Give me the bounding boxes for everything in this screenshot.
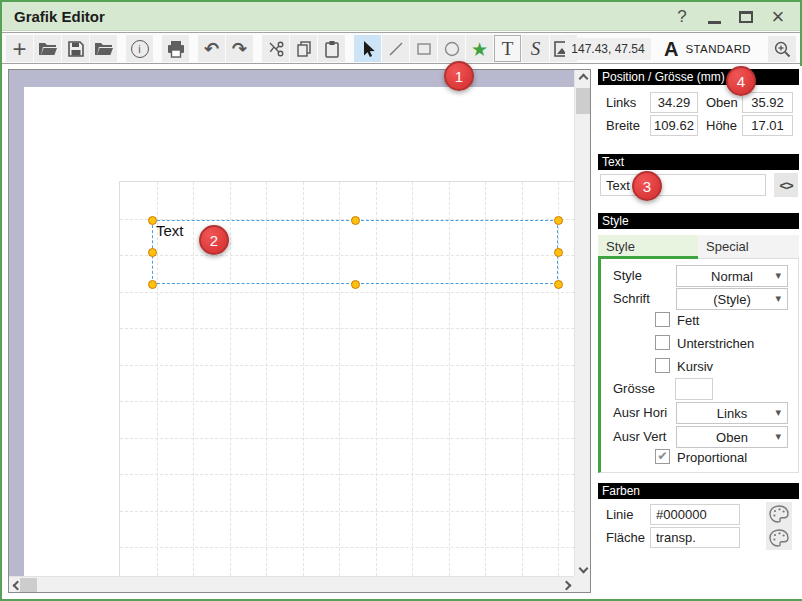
horizontal-scroll-thumb[interactable] <box>20 578 37 592</box>
farben-section-header: Farben <box>598 483 799 499</box>
scrollbar-corner <box>574 576 590 592</box>
text-tool-button[interactable]: T <box>494 35 521 62</box>
copy-button[interactable] <box>290 35 317 62</box>
checkmark-icon: ✔ <box>657 449 667 464</box>
scroll-right-button[interactable] <box>558 577 574 593</box>
help-button[interactable]: ? <box>668 4 696 30</box>
chevron-down-icon <box>578 563 588 573</box>
script-tool-button[interactable]: S <box>522 35 549 62</box>
scroll-up-button[interactable] <box>575 70 591 86</box>
redo-icon: ↷ <box>232 38 247 59</box>
open-button[interactable] <box>34 35 61 62</box>
ausr-vert-dropdown[interactable]: Oben ▾ <box>676 426 788 448</box>
linie-palette-button[interactable] <box>766 502 792 526</box>
links-input[interactable] <box>650 92 698 113</box>
canvas-viewport[interactable]: Text <box>9 70 574 576</box>
tab-style[interactable]: Style <box>598 235 698 259</box>
rectangle-icon <box>415 40 433 58</box>
breite-label: Breite <box>606 118 640 133</box>
paste-button[interactable] <box>318 35 345 62</box>
resize-handle[interactable] <box>351 280 360 289</box>
style-letter-icon: A <box>664 38 678 61</box>
code-button[interactable]: <> <box>774 173 798 197</box>
print-button[interactable] <box>162 35 189 62</box>
grid-line <box>120 547 574 548</box>
flaeche-palette-button[interactable] <box>766 526 792 550</box>
resize-handle[interactable] <box>554 248 563 257</box>
kursiv-label: Kursiv <box>677 359 713 374</box>
proportional-checkbox[interactable]: ✔ <box>655 449 670 464</box>
cut-button[interactable] <box>262 35 289 62</box>
vertical-scrollbar[interactable] <box>574 70 590 576</box>
vertical-scroll-thumb[interactable] <box>576 88 590 114</box>
tool-strip: + i ↶ ↷ <box>6 35 577 62</box>
breite-input[interactable] <box>650 115 698 136</box>
undo-icon: ↶ <box>204 38 219 59</box>
grid-line <box>558 182 559 576</box>
chevron-down-icon: ▾ <box>775 430 781 443</box>
resize-handle[interactable] <box>554 216 563 225</box>
resize-handle[interactable] <box>554 280 563 289</box>
resize-handle[interactable] <box>148 248 157 257</box>
resize-handle[interactable] <box>148 280 157 289</box>
undo-button[interactable]: ↶ <box>198 35 225 62</box>
copy-icon <box>295 40 313 58</box>
line-tool-button[interactable] <box>382 35 409 62</box>
style-label: Style <box>613 268 642 283</box>
redo-button[interactable]: ↷ <box>226 35 253 62</box>
schrift-dropdown[interactable]: (Style) ▾ <box>676 288 788 310</box>
rectangle-tool-button[interactable] <box>410 35 437 62</box>
ausr-hori-dropdown[interactable]: Links ▾ <box>676 402 788 424</box>
close-button[interactable]: × <box>764 4 792 30</box>
style-tab-content: Style Normal ▾ Schrift (Style) ▾ Fett Un… <box>598 259 799 473</box>
schrift-dropdown-value: (Style) <box>713 292 751 307</box>
style-dropdown-value: Normal <box>711 269 753 284</box>
info-button[interactable]: i <box>126 35 153 62</box>
links-label: Links <box>606 95 636 110</box>
ausr-hori-value: Links <box>717 406 747 421</box>
flaeche-color-input[interactable] <box>650 527 740 548</box>
grid-line <box>120 438 574 439</box>
text-element[interactable]: Text <box>156 222 184 239</box>
paste-icon <box>323 40 341 58</box>
window-controls: ? × <box>668 2 792 31</box>
kursiv-checkbox[interactable] <box>655 358 670 373</box>
app-window: Grafik Editor ? × + i <box>0 0 802 601</box>
grid-line <box>120 511 574 512</box>
unterstrichen-checkbox[interactable] <box>655 335 670 350</box>
palette-icon <box>769 529 789 547</box>
select-tool-button[interactable] <box>354 35 381 62</box>
hoehe-input[interactable] <box>742 115 793 136</box>
folder-open-icon <box>38 41 58 57</box>
new-button[interactable]: + <box>6 35 33 62</box>
linie-label: Linie <box>606 507 633 522</box>
import-button[interactable] <box>90 35 117 62</box>
style-name-label: STANDARD <box>685 43 751 55</box>
printer-icon <box>166 40 186 58</box>
minimize-button[interactable] <box>700 4 728 30</box>
style-standard-button[interactable]: A STANDARD <box>660 36 755 62</box>
star-icon: ★ <box>471 38 488 60</box>
script-tool-icon: S <box>531 38 541 60</box>
scroll-down-button[interactable] <box>575 560 591 576</box>
fett-checkbox[interactable] <box>655 312 670 327</box>
linie-color-input[interactable] <box>650 504 740 525</box>
chevron-up-icon <box>578 73 588 83</box>
chevron-right-icon <box>561 580 571 590</box>
style-dropdown[interactable]: Normal ▾ <box>676 265 788 287</box>
horizontal-scrollbar[interactable] <box>9 576 574 592</box>
tab-special[interactable]: Special <box>698 235 799 259</box>
groesse-input[interactable] <box>675 378 713 400</box>
ausr-vert-label: Ausr Vert <box>613 429 666 444</box>
oben-input[interactable] <box>742 92 793 113</box>
text-content-input[interactable] <box>600 174 766 196</box>
resize-handle[interactable] <box>148 216 157 225</box>
annotation-marker-3: 3 <box>632 171 662 201</box>
ellipse-tool-button[interactable] <box>438 35 465 62</box>
zoom-button[interactable] <box>768 36 796 62</box>
maximize-button[interactable] <box>732 4 760 30</box>
resize-handle[interactable] <box>351 216 360 225</box>
star-tool-button[interactable]: ★ <box>466 35 493 62</box>
save-button[interactable] <box>62 35 89 62</box>
maximize-icon <box>739 11 753 23</box>
